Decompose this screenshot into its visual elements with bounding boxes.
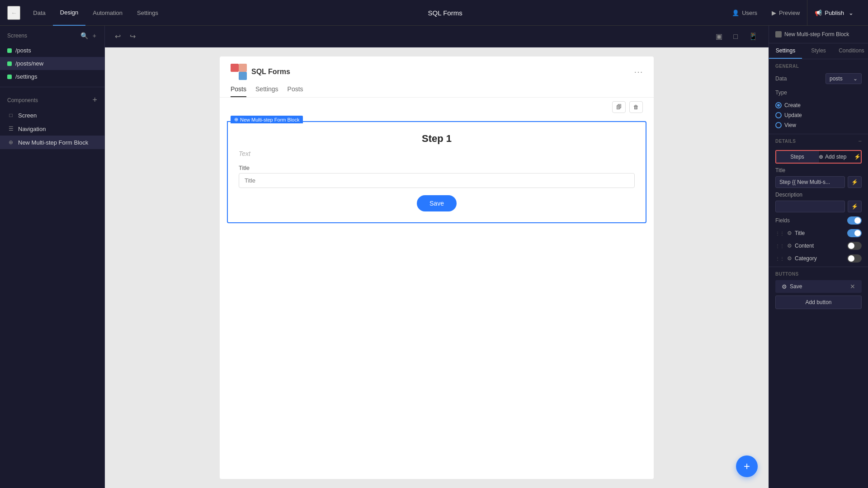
button-delete-button[interactable]: ✕	[850, 283, 855, 290]
field-category-toggle[interactable]	[847, 254, 862, 263]
navigation-icon: ☰	[7, 125, 14, 132]
delete-block-button[interactable]: 🗑	[629, 101, 643, 113]
add-component-button[interactable]: +	[92, 95, 97, 105]
field-title-label: Title	[795, 230, 844, 236]
fab-add-button[interactable]: +	[736, 455, 758, 477]
component-multistep-form[interactable]: ⊕ New Multi-step Form Block	[0, 136, 104, 149]
form-header: SQL Forms ⋯	[220, 56, 654, 80]
form-tab-actions: 🗐 🗑	[220, 98, 654, 117]
add-step-icon: ⊕	[819, 154, 823, 160]
toolbar-center: ▣ □ 📱	[712, 30, 761, 42]
screen-item-posts-new[interactable]: /posts/new	[0, 57, 104, 70]
publish-icon: 📢	[815, 9, 822, 16]
type-label: Type	[775, 89, 787, 96]
description-field[interactable]	[775, 201, 845, 212]
sidebar-tab-conditions[interactable]: Conditions	[835, 43, 868, 59]
data-row: Data posts ⌄	[769, 70, 868, 87]
step-title: Step 1	[239, 133, 635, 145]
fields-label: Fields	[775, 217, 790, 224]
redo-button[interactable]: ↪	[127, 30, 138, 42]
publish-button[interactable]: 📢 Publish ⌄	[807, 0, 861, 26]
title-lightning-button[interactable]: ⚡	[848, 176, 862, 188]
undo-button[interactable]: ↩	[112, 30, 123, 42]
gear-icon[interactable]: ⚙	[787, 243, 792, 249]
step-text: Text	[239, 150, 635, 157]
tab-data[interactable]: Data	[26, 0, 52, 26]
radio-create[interactable]: Create	[775, 100, 862, 110]
preview-button[interactable]: ▶ Preview	[764, 0, 807, 26]
title-input[interactable]	[239, 173, 635, 188]
collapse-icon[interactable]: −	[858, 138, 862, 145]
left-sidebar: Screens 🔍 + /posts /posts/new /settings …	[0, 26, 105, 488]
form-tabs: Posts Settings Posts	[220, 80, 654, 98]
details-section: DETAILS − Steps ⊕ Add step ⚡ Title ⚡ Des…	[769, 134, 868, 265]
screen-label: /settings	[15, 73, 37, 80]
radio-update[interactable]: Update	[775, 110, 862, 120]
top-right-actions: 👤 Users ▶ Preview 📢 Publish ⌄	[725, 0, 861, 26]
steps-tab[interactable]: Steps	[776, 151, 818, 163]
search-button[interactable]: 🔍	[80, 31, 89, 40]
description-lightning-button[interactable]: ⚡	[848, 201, 862, 212]
button-gear-icon[interactable]: ⚙	[782, 283, 787, 290]
fields-header-row: Fields	[769, 214, 868, 227]
logo-square-blue	[239, 72, 247, 80]
component-navigation[interactable]: ☰ Navigation	[0, 122, 104, 136]
gear-icon[interactable]: ⚙	[787, 230, 792, 236]
tab-automation[interactable]: Automation	[85, 0, 130, 26]
dot-icon	[7, 61, 12, 66]
field-content-row: ⋮⋮ ⚙ Content	[769, 239, 868, 252]
copy-block-button[interactable]: 🗐	[612, 101, 626, 113]
data-select[interactable]: posts ⌄	[826, 73, 862, 84]
drag-icon: ⋮⋮	[775, 231, 784, 236]
tab-design[interactable]: Design	[53, 0, 85, 26]
dot-icon	[7, 48, 12, 53]
app-title: SQL Forms	[165, 9, 725, 17]
screen-label: /posts	[15, 47, 31, 54]
drag-icon: ⋮⋮	[775, 244, 784, 249]
desktop-view-button[interactable]: ▣	[712, 30, 726, 42]
tablet-view-button[interactable]: □	[730, 30, 741, 42]
tab-settings[interactable]: Settings	[130, 0, 165, 26]
form-tab-settings[interactable]: Settings	[255, 85, 278, 97]
screen-item-settings[interactable]: /settings	[0, 70, 104, 83]
description-input-row: ⚡	[769, 199, 868, 214]
screen-item-posts[interactable]: /posts	[0, 44, 104, 57]
field-content-toggle[interactable]	[847, 242, 862, 250]
radio-label-view: View	[784, 122, 796, 128]
add-step-button[interactable]: ⊕ Add step ⚡	[818, 151, 861, 163]
sidebar-tab-settings[interactable]: Settings	[769, 43, 802, 59]
right-sidebar-title: New Multi-step Form Block	[784, 31, 862, 38]
type-label-row: Type	[769, 87, 868, 99]
fields-toggle[interactable]	[847, 216, 862, 225]
right-sidebar: New Multi-step Form Block Settings Style…	[769, 26, 868, 488]
components-title: Components	[7, 97, 38, 103]
details-header: DETAILS −	[769, 134, 868, 148]
form-block-wrapper: ⊕ New Multi-step Form Block Step 1 Text …	[227, 121, 646, 223]
gear-icon[interactable]: ⚙	[787, 255, 792, 262]
component-label: Screen	[18, 112, 37, 119]
top-nav: ← Data Design Automation Settings SQL Fo…	[0, 0, 868, 26]
add-button-button[interactable]: Add button	[775, 296, 862, 309]
field-label: Title	[239, 164, 635, 171]
center-area: ↩ ↪ ▣ □ 📱 SQL For	[105, 26, 769, 488]
sidebar-tab-styles[interactable]: Styles	[802, 43, 835, 59]
data-label: Data	[775, 75, 787, 82]
radio-view[interactable]: View	[775, 120, 862, 130]
title-field[interactable]	[775, 176, 845, 188]
back-button[interactable]: ←	[7, 6, 20, 20]
field-title-toggle[interactable]	[847, 229, 862, 237]
form-step-block[interactable]: Step 1 Text Title Save	[227, 121, 646, 223]
form-tab-posts1[interactable]: Posts	[231, 85, 246, 97]
field-category-row: ⋮⋮ ⚙ Category	[769, 252, 868, 265]
component-screen[interactable]: □ Screen	[0, 108, 104, 122]
form-dots-menu[interactable]: ⋯	[634, 66, 643, 77]
users-button[interactable]: 👤 Users	[725, 0, 764, 26]
save-button[interactable]: Save	[417, 195, 457, 211]
preview-icon: ▶	[772, 9, 776, 16]
mobile-view-button[interactable]: 📱	[745, 30, 761, 42]
screens-actions: 🔍 +	[80, 31, 97, 40]
logo-square-red	[231, 64, 239, 72]
add-screen-button[interactable]: +	[92, 31, 97, 40]
field-content-label: Content	[795, 243, 844, 249]
form-tab-posts2[interactable]: Posts	[288, 85, 303, 97]
